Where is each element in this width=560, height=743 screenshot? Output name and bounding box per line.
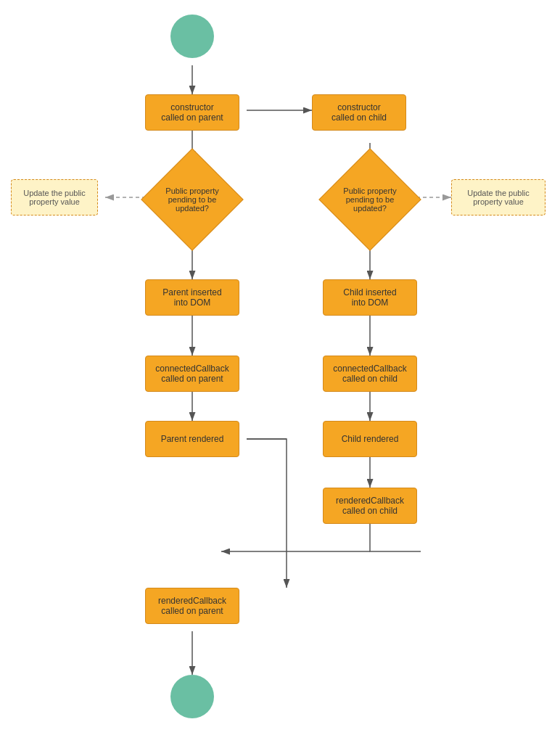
- box-connected-parent: connectedCallbackcalled on parent: [145, 356, 239, 392]
- start-circle: [170, 15, 214, 58]
- box-parent-inserted: Parent insertedinto DOM: [145, 279, 239, 316]
- diamond-public-prop-parent: Public propertypending to beupdated?: [152, 160, 232, 239]
- box-child-rendered: Child rendered: [323, 421, 417, 457]
- box-connected-child: connectedCallbackcalled on child: [323, 356, 417, 392]
- box-update-public-left: Update the publicproperty value: [11, 179, 98, 215]
- diamond-public-prop-child: Public propertypending to beupdated?: [330, 160, 410, 239]
- box-rendered-cb-child: renderedCallbackcalled on child: [323, 488, 417, 524]
- box-rendered-cb-parent: renderedCallbackcalled on parent: [145, 588, 239, 624]
- box-update-public-right: Update the publicproperty value: [451, 179, 545, 215]
- flowchart-diagram: constructorcalled on parent constructorc…: [0, 0, 560, 743]
- box-parent-rendered: Parent rendered: [145, 421, 239, 457]
- box-constructor-parent: constructorcalled on parent: [145, 94, 239, 131]
- arrows-svg: [0, 0, 560, 743]
- box-child-inserted: Child insertedinto DOM: [323, 279, 417, 316]
- box-constructor-child: constructorcalled on child: [312, 94, 406, 131]
- end-circle: [170, 675, 214, 718]
